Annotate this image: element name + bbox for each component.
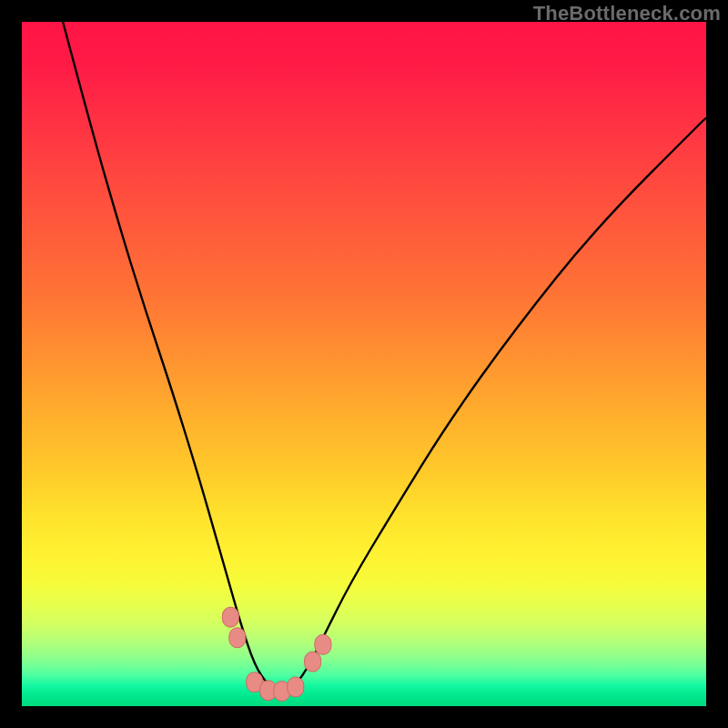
curve-layer (22, 22, 706, 706)
bottleneck-curve (63, 22, 706, 691)
curve-marker (229, 628, 246, 648)
watermark-text: TheBottleneck.com (533, 2, 721, 25)
plot-area (22, 22, 706, 706)
curve-marker (315, 634, 331, 654)
curve-marker (288, 677, 304, 697)
highlight-markers (222, 607, 331, 701)
outer-frame: TheBottleneck.com (0, 0, 728, 728)
curve-marker (222, 607, 238, 627)
curve-marker (305, 652, 321, 672)
